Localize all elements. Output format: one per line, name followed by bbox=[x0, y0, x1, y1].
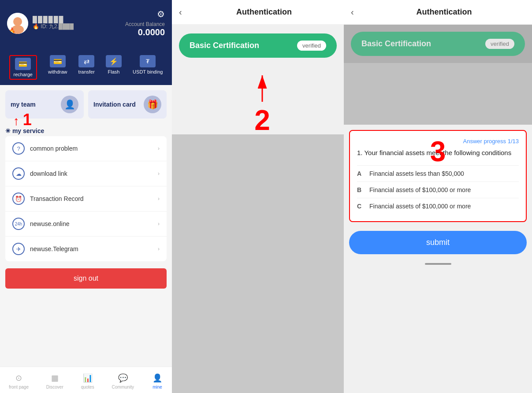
invitation-card[interactable]: Invitation card 🎁 bbox=[88, 90, 167, 119]
service-item-common-problem[interactable]: ? common problem › bbox=[5, 136, 167, 161]
my-team-card[interactable]: my team 👤 bbox=[5, 90, 84, 119]
my-service-label: ✳ my service bbox=[0, 124, 172, 136]
avatar: 🔥 bbox=[7, 13, 28, 34]
action-buttons: 💳 recharge 💳 withdraw ⇄ transfer ⚡ Flash… bbox=[0, 50, 172, 85]
recharge-button[interactable]: 💳 recharge bbox=[9, 55, 37, 80]
number-2-label: 2 bbox=[254, 106, 270, 134]
gear-icon[interactable]: ⚙ bbox=[157, 9, 165, 19]
user-info: 🔥 ██████ 🔥 ID: 九2.████ bbox=[7, 13, 74, 34]
user-name-id: ██████ 🔥 ID: 九2.████ bbox=[33, 16, 74, 30]
invitation-label: Invitation card bbox=[93, 101, 136, 108]
nav-community[interactable]: 💬 Community bbox=[108, 371, 138, 391]
quotes-icon: 📊 bbox=[82, 372, 93, 384]
nav-front-page[interactable]: ⊙ front page bbox=[5, 371, 32, 391]
withdraw-button[interactable]: 💳 withdraw bbox=[48, 55, 67, 80]
transaction-icon: ⏰ bbox=[12, 193, 25, 205]
flash-button[interactable]: ⚡ Flash bbox=[106, 55, 122, 80]
withdraw-icon: 💳 bbox=[50, 55, 66, 67]
option-a-letter: A bbox=[357, 170, 364, 177]
quiz-option-a[interactable]: A Financial assets less than $50,000 bbox=[357, 165, 519, 182]
user-name: ██████ bbox=[33, 16, 74, 23]
team-icon: 👤 bbox=[61, 96, 78, 113]
my-team-label: my team bbox=[11, 101, 36, 108]
right-back-button[interactable]: ‹ bbox=[351, 7, 363, 17]
nav-mine[interactable]: 👤 mine bbox=[148, 371, 167, 391]
community-label: Community bbox=[112, 385, 134, 389]
cert-label-middle: Basic Certification bbox=[190, 41, 259, 50]
middle-panel: ‹ Authentication Basic Certification ver… bbox=[172, 0, 344, 393]
svg-point-1 bbox=[13, 17, 22, 26]
balance-value: 0.0000 bbox=[125, 27, 165, 37]
user-id: 🔥 ID: 九2.████ bbox=[33, 23, 74, 30]
community-icon: 💬 bbox=[117, 372, 129, 384]
cert-button-middle[interactable]: Basic Certification verified bbox=[179, 33, 337, 58]
discover-label: Discover bbox=[46, 385, 63, 389]
arrow-icon-2: › bbox=[158, 171, 160, 177]
arrow-up-2 bbox=[245, 71, 280, 106]
mine-label: mine bbox=[153, 385, 162, 389]
service-item-newuse-online[interactable]: 24h newuse.online › bbox=[5, 211, 167, 237]
download-label: download link bbox=[30, 170, 153, 177]
newuse-online-icon: 24h bbox=[12, 218, 25, 230]
quiz-progress: Answer progress 1/13 bbox=[357, 138, 519, 145]
service-item-download-link[interactable]: ☁ download link › bbox=[5, 161, 167, 186]
invitation-icon: 🎁 bbox=[144, 96, 161, 113]
middle-gray-area bbox=[172, 134, 344, 393]
recharge-label: recharge bbox=[14, 72, 33, 77]
quiz-option-c[interactable]: C Financial assets of $100,000 or more bbox=[357, 198, 519, 214]
option-b-letter: B bbox=[357, 186, 364, 193]
sign-out-button[interactable]: sign out bbox=[5, 268, 167, 289]
arrow-icon-5: › bbox=[158, 246, 160, 252]
balance-label: Account Balance bbox=[125, 21, 165, 27]
transaction-record-label: Transaction Record bbox=[30, 195, 153, 202]
common-problem-label: common problem bbox=[30, 145, 153, 152]
newuse-telegram-label: newuse.Telegram bbox=[30, 245, 153, 252]
quiz-section: 3 Answer progress 1/13 1. Your financial… bbox=[349, 130, 527, 222]
right-panel-header: ‹ Authentication bbox=[344, 0, 532, 25]
option-c-letter: C bbox=[357, 203, 364, 210]
recharge-icon: 💳 bbox=[15, 58, 31, 70]
usdt-binding-button[interactable]: ₮ USDT binding bbox=[133, 55, 163, 80]
right-cert-area: Basic Certification verified bbox=[344, 25, 532, 63]
common-problem-icon: ? bbox=[12, 142, 25, 155]
download-icon: ☁ bbox=[12, 167, 25, 180]
service-item-transaction-record[interactable]: ⏰ Transaction Record › bbox=[5, 186, 167, 211]
cert-label-right: Basic Certification bbox=[361, 39, 431, 48]
middle-panel-title: Authentication bbox=[191, 7, 337, 17]
option-b-text: Financial assets of $100,000 or more bbox=[369, 186, 471, 193]
usdt-label: USDT binding bbox=[133, 69, 163, 74]
middle-back-button[interactable]: ‹ bbox=[179, 7, 191, 17]
cards-row: my team 👤 Invitation card 🎁 bbox=[0, 85, 172, 124]
quiz-question: 1. Your financial assets meet the follow… bbox=[357, 148, 519, 158]
flash-icon: ⚡ bbox=[106, 55, 122, 67]
option-c-text: Financial assets of $100,000 or more bbox=[369, 203, 471, 210]
left-header: 🔥 ██████ 🔥 ID: 九2.████ ⚙ Account Balance… bbox=[0, 0, 172, 50]
withdraw-label: withdraw bbox=[48, 69, 67, 74]
right-panel: ‹ Authentication Basic Certification ver… bbox=[344, 0, 532, 393]
flash-label: Flash bbox=[108, 69, 120, 74]
service-item-newuse-telegram[interactable]: ✈ newuse.Telegram › bbox=[5, 237, 167, 261]
bottom-nav: ⊙ front page ▦ Discover 📊 quotes 💬 Commu… bbox=[0, 367, 172, 393]
nav-discover[interactable]: ▦ Discover bbox=[43, 371, 67, 391]
nav-quotes[interactable]: 📊 quotes bbox=[78, 371, 98, 391]
arrow-icon-4: › bbox=[158, 221, 160, 227]
svg-text:🔥: 🔥 bbox=[8, 27, 16, 34]
right-gray-area bbox=[344, 63, 532, 125]
arrow-icon: › bbox=[158, 145, 160, 152]
usdt-icon: ₮ bbox=[140, 55, 156, 67]
quiz-option-b[interactable]: B Financial assets of $100,000 or more bbox=[357, 182, 519, 198]
cert-badge-middle: verified bbox=[297, 41, 326, 51]
cert-button-right[interactable]: Basic Certification verified bbox=[351, 32, 525, 56]
arrow-icon-3: › bbox=[158, 196, 160, 202]
discover-icon: ▦ bbox=[49, 372, 60, 384]
transfer-button[interactable]: ⇄ transfer bbox=[78, 55, 95, 80]
bottom-indicator bbox=[344, 261, 532, 267]
bottom-line bbox=[425, 263, 451, 265]
transfer-icon: ⇄ bbox=[78, 55, 94, 67]
mine-icon: 👤 bbox=[152, 372, 163, 384]
option-a-text: Financial assets less than $50,000 bbox=[369, 170, 464, 177]
balance-section: Account Balance 0.0000 bbox=[125, 21, 165, 37]
transfer-label: transfer bbox=[78, 69, 95, 74]
left-panel: 🔥 ██████ 🔥 ID: 九2.████ ⚙ Account Balance… bbox=[0, 0, 172, 393]
submit-button[interactable]: submit bbox=[349, 231, 527, 254]
